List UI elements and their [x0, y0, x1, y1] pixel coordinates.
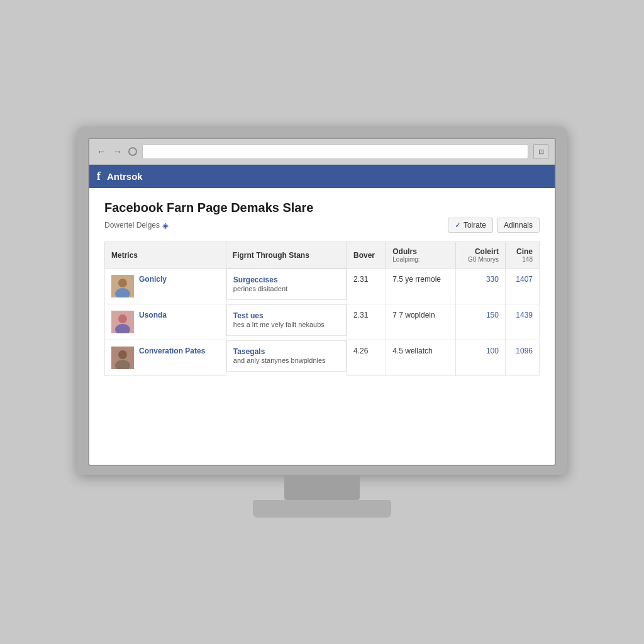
svg-point-4: [118, 314, 127, 323]
monitor-stand-base: [253, 500, 391, 518]
metric-name-2[interactable]: Usonda: [139, 311, 167, 319]
facebook-app-title: Antrsok: [107, 171, 143, 182]
cell-fignt-3: Tasegals and anly stanynes bnwpldnles: [226, 340, 347, 372]
metric-name-3[interactable]: Converation Pates: [139, 347, 205, 355]
cell-fignt-1: Surgeccises perines disitadent: [226, 269, 347, 300]
cell-metric-2: Usonda: [105, 304, 226, 340]
fignt-sub-1: perines disitadent: [233, 285, 287, 292]
tolrate-button[interactable]: ✓ Tolrate: [448, 218, 493, 233]
cell-coleirt-1: 330: [455, 269, 505, 304]
cell-fignt-2: Test ues hes a lrt me vely fallt nekaubs: [226, 304, 347, 336]
facebook-header: f Antrsok: [89, 165, 555, 188]
cell-metric-3: Converation Pates: [105, 340, 226, 376]
back-button[interactable]: ←: [96, 147, 107, 157]
table-row: Converation Pates Tasegals and anly stan…: [105, 340, 540, 376]
avatar-3: [111, 347, 134, 369]
monitor-wrapper: ← → ⊡ f Antrsok Facebook Farn Page Demak…: [77, 126, 567, 518]
subtitle-icon: ◈: [162, 221, 169, 230]
cell-odulrs-3: 4.5 wellatch: [386, 340, 456, 376]
avatar-2: [111, 311, 134, 333]
table-row: Gonicly Surgeccises perines disitadent 2…: [105, 269, 540, 304]
svg-point-7: [118, 350, 127, 359]
col-header-fignt: Figrnt Through Stans: [226, 242, 347, 269]
tolrate-label: Tolrate: [464, 221, 486, 230]
avatar-1: [111, 275, 134, 297]
cell-odulrs-1: 7.5 ye rremole: [386, 269, 456, 304]
browser-circle-icon: [128, 147, 137, 156]
adinnals-label: Adinnals: [504, 221, 533, 230]
fignt-link-1[interactable]: Surgeccises: [233, 275, 340, 284]
cell-cine-1: 1407: [505, 269, 539, 304]
col-header-metrics: Metrics: [105, 242, 226, 269]
data-table: Metrics Figrnt Through Stans Bover Odulr…: [104, 242, 540, 376]
fignt-sub-2: hes a lrt me vely fallt nekaubs: [233, 321, 325, 328]
browser-action-button[interactable]: ⊡: [533, 144, 548, 159]
col-header-odulrs: Odulrs Loalpimg:: [386, 242, 456, 269]
cell-cine-2: 1439: [505, 304, 539, 340]
cell-bover-1: 2.31: [347, 269, 386, 304]
monitor-stand-top: [284, 475, 360, 500]
fignt-link-2[interactable]: Test ues: [233, 311, 340, 320]
url-bar[interactable]: [142, 144, 528, 159]
col-header-cine: Cine 148: [505, 242, 539, 269]
cell-bover-2: 2.31: [347, 304, 386, 340]
metric-name-1[interactable]: Gonicly: [139, 275, 167, 284]
cell-cine-3: 1096: [505, 340, 539, 376]
table-row: Usonda Test ues hes a lrt me vely fallt …: [105, 304, 540, 340]
page-content: Facebook Farn Page Demaks Slare Dowertel…: [89, 188, 555, 465]
col-sub-coleirt: G0 Mnorys: [462, 256, 499, 263]
check-icon: ✓: [455, 221, 461, 230]
cell-bover-3: 4.26: [347, 340, 386, 376]
col-sub-odulrs: Loalpimg:: [392, 256, 449, 263]
subtitle-text: Dowertel Delges: [104, 221, 160, 230]
cell-coleirt-2: 150: [455, 304, 505, 340]
monitor-screen: ← → ⊡ f Antrsok Facebook Farn Page Demak…: [88, 138, 556, 466]
page-subtitle: Dowertel Delges ◈: [104, 221, 169, 230]
subtitle-row: Dowertel Delges ◈ ✓ Tolrate Adinnals: [104, 218, 540, 233]
browser-chrome: ← → ⊡: [89, 139, 555, 165]
monitor-frame: ← → ⊡ f Antrsok Facebook Farn Page Demak…: [77, 126, 567, 475]
fignt-link-3[interactable]: Tasegals: [233, 347, 340, 356]
col-header-bover: Bover: [347, 242, 386, 269]
svg-point-1: [118, 279, 127, 287]
action-buttons: ✓ Tolrate Adinnals: [448, 218, 540, 233]
fignt-sub-3: and anly stanynes bnwpldnles: [233, 357, 326, 364]
cell-coleirt-3: 100: [455, 340, 505, 376]
cell-odulrs-2: 7 7 wopldein: [386, 304, 456, 340]
col-sub-cine: 148: [512, 256, 533, 263]
col-header-coleirt: Coleirt G0 Mnorys: [455, 242, 505, 269]
adinnals-button[interactable]: Adinnals: [497, 218, 540, 233]
forward-button[interactable]: →: [112, 147, 123, 157]
cell-metric-1: Gonicly: [105, 269, 226, 304]
page-title: Facebook Farn Page Demaks Slare: [104, 201, 540, 215]
table-header-row: Metrics Figrnt Through Stans Bover Odulr…: [105, 242, 540, 269]
facebook-logo: f: [97, 170, 101, 183]
